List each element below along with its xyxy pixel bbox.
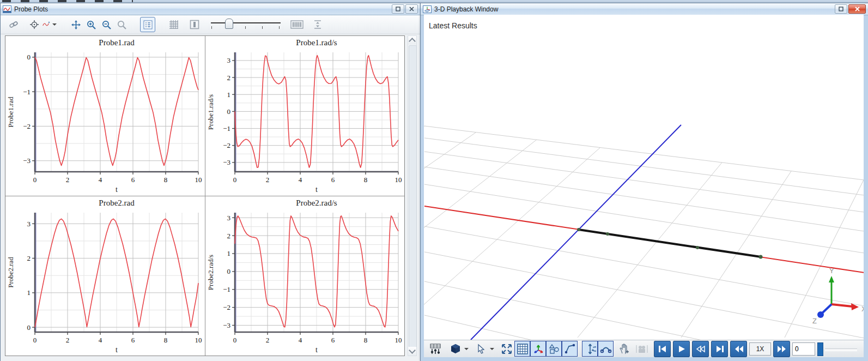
sample-density-button[interactable]: [289, 17, 305, 32]
y-tick-label: −1: [23, 88, 31, 96]
z-axis-line: [471, 125, 681, 340]
trace-toggle-button[interactable]: [562, 341, 578, 357]
expand-arrows-icon: [501, 343, 513, 355]
background-window-title-fragment: [2, 0, 133, 2]
speed-display: 1X: [749, 342, 771, 356]
x-tick-label: 2: [266, 336, 270, 344]
plot-probe1-rads[interactable]: 0246810−3−2−10123Probe1.rad/stProbe1.rad…: [205, 36, 405, 196]
triad-label-y: Y: [829, 267, 834, 275]
probe-time-slider-handle[interactable]: [225, 19, 233, 29]
select-cursor-button[interactable]: [473, 341, 489, 357]
pan-hand-button[interactable]: [616, 341, 632, 357]
plot-title: Probe2.rad: [99, 198, 135, 207]
orbit-camera-button[interactable]: [598, 341, 614, 357]
view-cube-button[interactable]: [447, 341, 463, 357]
restore-icon: [396, 7, 400, 11]
legend-toggle-button[interactable]: [140, 17, 155, 32]
x-tick-label: 10: [195, 176, 202, 184]
plot-cell-probe2-rad[interactable]: 02468100123Probe2.radtProbe2.rad: [5, 196, 205, 356]
scrollbar-down-button[interactable]: [408, 347, 416, 356]
x-tick-label: 2: [66, 336, 70, 344]
probe-time-slider-track[interactable]: [211, 22, 281, 23]
x-tick-label: 6: [131, 336, 135, 344]
playback-slider-handle[interactable]: [817, 342, 823, 356]
plot-probe2-rad[interactable]: 02468100123Probe2.radtProbe2.rad: [5, 196, 205, 356]
skip-to-start-button[interactable]: [654, 341, 671, 357]
view-cube-dropdown-arrow[interactable]: [464, 348, 469, 350]
probe-window-close-button[interactable]: [405, 4, 418, 14]
axis-triad: Y X Z: [812, 267, 864, 325]
probe-vertical-scrollbar[interactable]: [408, 35, 417, 356]
plot-cell-probe2-rads[interactable]: 0246810−3−2−10123Probe2.rad/stProbe2.rad…: [205, 196, 405, 356]
probe-manager-button[interactable]: [427, 341, 443, 357]
plot-probe1-rad[interactable]: 02468100−1−2−3Probe1.radtProbe1.rad: [5, 36, 205, 196]
x-tick-label: 0: [33, 176, 37, 184]
probe-time-slider[interactable]: [210, 17, 282, 32]
zoom-out-button[interactable]: [99, 17, 114, 32]
plot-cell-probe1-rads[interactable]: 0246810−3−2−10123Probe1.rad/stProbe1.rad…: [205, 36, 405, 196]
close-icon: [409, 7, 414, 11]
select-cursor-dropdown-arrow[interactable]: [490, 348, 494, 350]
link-probes-button[interactable]: [6, 17, 21, 32]
probe-window-title: Probe Plots: [14, 5, 391, 13]
play-reverse-button[interactable]: [692, 341, 709, 357]
joint-dot: [759, 255, 763, 259]
plot-title: Probe1.rad/s: [296, 38, 337, 47]
x-axis-label: t: [315, 346, 318, 354]
x-tick-label: 6: [331, 176, 335, 184]
add-curve-icon: [43, 20, 51, 29]
x-tick-label: 0: [233, 176, 237, 184]
backdrop-toggle-button[interactable]: [187, 17, 202, 32]
fit-vertical-icon: [313, 20, 323, 29]
scrollbar-thumb[interactable]: [409, 45, 417, 347]
add-curve-button[interactable]: [42, 17, 57, 32]
shapes-toggle-button[interactable]: [546, 341, 562, 357]
time-field[interactable]: [792, 342, 815, 356]
plot-panel: 02468100−1−2−3Probe1.radtProbe1.rad 0246…: [5, 35, 405, 356]
play-reverse-icon: [696, 345, 706, 353]
movie-camera-icon: [635, 343, 648, 355]
plot-cell-probe1-rad[interactable]: 02468100−1−2−3Probe1.radtProbe1.rad: [5, 36, 205, 196]
grid-toggle-button[interactable]: [166, 17, 181, 32]
skip-to-end-button[interactable]: [711, 341, 728, 357]
triad-label-z: Z: [812, 317, 817, 325]
plot-probe2-rads[interactable]: 0246810−3−2−10123Probe2.rad/stProbe2.rad…: [205, 196, 405, 356]
ground-grid: [424, 126, 864, 340]
probe-cursor-button[interactable]: [27, 17, 42, 32]
probe-window-titlebar[interactable]: Probe Plots: [1, 3, 420, 15]
axes-toggle-button[interactable]: [530, 341, 546, 357]
fit-vertical-button[interactable]: [310, 17, 325, 32]
y-tick-label: 1: [227, 91, 231, 99]
probe-window-restore-button[interactable]: [392, 4, 404, 14]
playback-window-restore-button[interactable]: [835, 4, 847, 14]
fit-view-button[interactable]: [499, 341, 514, 357]
zoom-in-button[interactable]: [83, 17, 99, 32]
zoom-reset-button[interactable]: [114, 17, 129, 32]
slower-button[interactable]: [730, 341, 747, 357]
grid-toggle-button-3d[interactable]: [514, 341, 530, 357]
x-tick-label: 0: [33, 336, 37, 344]
playback-3d-viewport[interactable]: Y X Z Latest Results: [424, 15, 864, 340]
playback-time-slider[interactable]: [817, 342, 859, 356]
playback-window-close-button[interactable]: [848, 4, 866, 14]
x-tick-label: 2: [66, 176, 70, 184]
scene-3d: Y X Z: [424, 15, 864, 340]
x-tick-label: 4: [299, 336, 302, 344]
y-tick-label: −3: [223, 158, 230, 166]
playback-window-titlebar[interactable]: 3-D Playback Window: [421, 3, 868, 15]
rotate-camera-button[interactable]: [582, 341, 598, 357]
add-curve-dropdown-arrow[interactable]: [52, 23, 57, 26]
y-axis-label: Probe1.rad/s: [207, 94, 215, 130]
pan-button[interactable]: [68, 17, 83, 32]
x-tick-label: 8: [364, 336, 368, 344]
probe-plots-window: Probe Plots: [0, 3, 421, 361]
y-tick-label: 0: [227, 267, 231, 275]
backdrop-icon: [190, 20, 199, 29]
faster-button[interactable]: [773, 341, 790, 357]
y-tick-label: −1: [223, 124, 230, 133]
plot-title: Probe1.rad: [99, 38, 135, 47]
play-button[interactable]: [673, 341, 690, 357]
zoom-in-icon: [86, 20, 96, 30]
scrollbar-up-button[interactable]: [408, 36, 416, 45]
playback-slider-groove[interactable]: [825, 348, 857, 351]
